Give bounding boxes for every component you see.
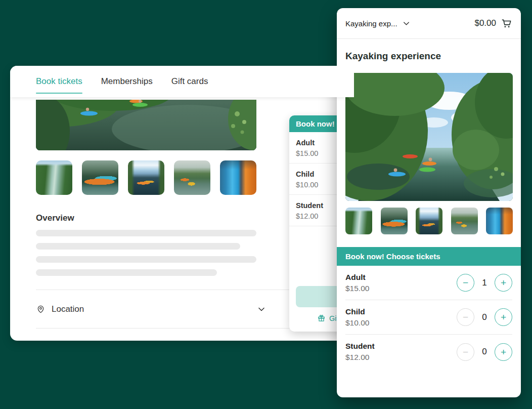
thumbnail-river[interactable] xyxy=(345,208,372,234)
increase-quantity-button[interactable] xyxy=(495,308,512,326)
chevron-down-icon xyxy=(257,305,265,313)
gallery-thumbnails xyxy=(36,160,256,195)
decrease-quantity-button[interactable] xyxy=(457,308,474,326)
tab-gift-cards[interactable]: Gift cards xyxy=(171,66,208,97)
decrease-quantity-button[interactable] xyxy=(457,343,474,361)
ticket-price: $12.00 xyxy=(345,353,375,362)
thumbnail-river[interactable] xyxy=(36,160,72,195)
tab-book-tickets[interactable]: Book tickets xyxy=(36,66,82,97)
thumbnail-group-paddling[interactable] xyxy=(451,208,478,234)
location-label: Location xyxy=(52,304,84,314)
thumbnail-group-paddling[interactable] xyxy=(174,160,210,195)
ticket-price: $10.00 xyxy=(345,318,369,328)
quantity-value: 1 xyxy=(480,278,489,288)
tab-memberships[interactable]: Memberships xyxy=(101,66,153,97)
ticket-row-adult: Adult $15.00 1 xyxy=(345,266,512,300)
river-photo-illustration xyxy=(36,100,256,150)
ticket-name: Student xyxy=(345,342,375,351)
ticket-row-child: Child $10.00 0 xyxy=(345,300,512,335)
experience-selector-dropdown[interactable]: Kayaking exp... xyxy=(345,19,410,28)
quantity-stepper: 1 xyxy=(457,274,512,292)
thumbnail-lake[interactable] xyxy=(416,208,442,234)
widget-panel: Kayaking exp... $0.00 Kayaking experienc… xyxy=(337,8,521,397)
ticket-row-student: Student $12.00 0 xyxy=(345,335,512,369)
choose-tickets-banner: Book now! Choose tickets xyxy=(337,247,521,266)
thumbnail-kayaker[interactable] xyxy=(82,160,118,195)
thumbnail-kayaks-closeup[interactable] xyxy=(220,160,256,195)
location-accordion[interactable]: Location xyxy=(36,290,265,328)
experience-thumbnails xyxy=(345,208,513,234)
map-pin-icon xyxy=(36,304,46,314)
thumbnail-kayaks-closeup[interactable] xyxy=(486,208,513,234)
increase-quantity-button[interactable] xyxy=(495,343,512,361)
river-photo-illustration xyxy=(345,73,513,201)
widget-topbar: Kayaking exp... $0.00 xyxy=(337,8,521,39)
page-background: Book tickets Memberships Gift cards xyxy=(0,0,532,409)
thumbnail-kayaker[interactable] xyxy=(381,208,408,234)
increase-quantity-button[interactable] xyxy=(495,274,512,292)
overview-heading: Overview xyxy=(36,213,74,223)
ticket-name: Child xyxy=(345,307,369,316)
experience-selector-label: Kayaking exp... xyxy=(345,19,397,28)
quantity-stepper: 0 xyxy=(457,343,512,361)
gallery-main-image xyxy=(36,100,256,150)
ticket-price: $15.00 xyxy=(345,284,369,293)
ticket-list: Adult $15.00 1 Child $10.00 0 xyxy=(337,266,521,369)
text-skeleton-line xyxy=(36,256,256,263)
booking-tabbar: Book tickets Memberships Gift cards xyxy=(10,66,354,97)
cart-button[interactable]: $0.00 xyxy=(474,18,512,29)
decrease-quantity-button[interactable] xyxy=(457,274,474,292)
ticket-name: Adult xyxy=(345,273,369,282)
text-skeleton-line xyxy=(36,269,217,276)
cart-total: $0.00 xyxy=(474,18,496,28)
text-skeleton-line xyxy=(36,230,256,236)
experience-main-image xyxy=(345,73,513,201)
thumbnail-lake[interactable] xyxy=(128,160,164,195)
quantity-value: 0 xyxy=(480,347,489,357)
gift-icon xyxy=(317,314,326,322)
cart-icon xyxy=(501,18,512,29)
quantity-value: 0 xyxy=(480,312,489,322)
chevron-down-icon xyxy=(403,20,410,27)
experience-title: Kayaking experience xyxy=(337,51,521,62)
text-skeleton-line xyxy=(36,243,240,250)
quantity-stepper: 0 xyxy=(457,308,512,326)
